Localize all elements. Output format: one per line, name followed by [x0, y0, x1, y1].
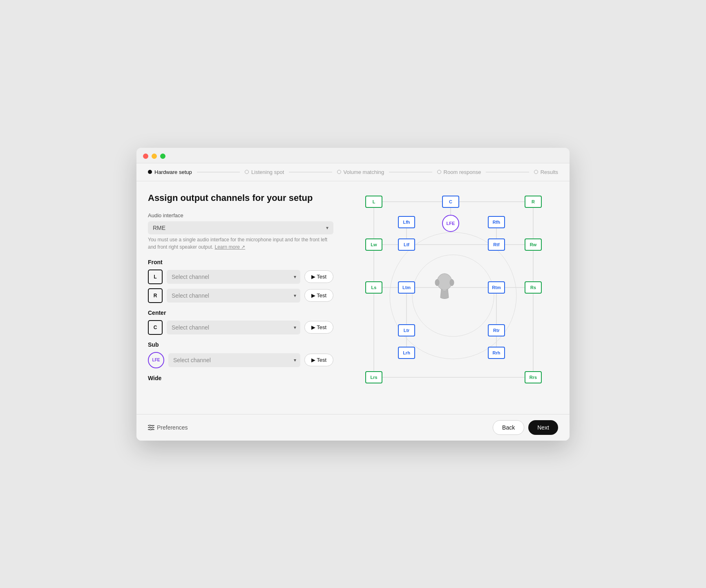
maximize-button[interactable] — [160, 154, 165, 159]
test-button-R[interactable]: ▶ Test — [304, 289, 333, 302]
node-LFE: LFE — [442, 215, 459, 232]
page-title: Assign output channels for your setup — [148, 193, 333, 203]
node-Lrs: Lrs — [365, 371, 382, 383]
badge-L: L — [148, 270, 163, 284]
wizard-label-results: Results — [541, 169, 558, 175]
section-wide-label: Wide — [148, 375, 333, 381]
app-window: Hardware setup Listening spot Volume mat… — [136, 148, 570, 441]
section-front-label: Front — [148, 259, 333, 265]
learn-more-link[interactable]: Learn more ↗ — [214, 244, 245, 250]
channel-row-L: L Select channel ▾ ▶ Test — [148, 270, 333, 284]
preferences-icon — [148, 425, 154, 430]
section-sub-label: Sub — [148, 341, 333, 348]
wizard-line-2 — [289, 172, 332, 172]
wizard-dot-hardware — [148, 170, 152, 174]
main-content: Assign output channels for your setup Au… — [136, 181, 570, 414]
channel-select-wrapper-R: Select channel ▾ — [167, 289, 300, 303]
test-button-C[interactable]: ▶ Test — [304, 321, 333, 334]
wizard-line-3 — [389, 172, 432, 172]
test-button-LFE[interactable]: ▶ Test — [304, 354, 333, 366]
wizard-dot-room — [437, 170, 441, 174]
wizard-dot-volume — [337, 170, 341, 174]
preferences-label: Preferences — [157, 424, 188, 431]
node-Ltm: Ltm — [398, 281, 415, 294]
node-Ls: Ls — [365, 281, 382, 294]
wizard-step-room[interactable]: Room response — [437, 169, 481, 175]
speaker-diagram: L C R Lfh LFE Rfh Lw Ltf Rtf Rw — [353, 189, 557, 406]
channel-select-LFE[interactable]: Select channel — [168, 353, 300, 367]
channel-select-C[interactable]: Select channel — [167, 321, 300, 334]
channel-select-R[interactable]: Select channel — [167, 289, 300, 303]
info-text: You must use a single audio interface fo… — [148, 236, 333, 251]
svg-rect-20 — [152, 427, 153, 428]
node-Ltr: Ltr — [398, 324, 415, 336]
wizard-dot-listening — [245, 170, 249, 174]
channel-select-wrapper-C: Select channel ▾ — [167, 321, 300, 334]
audio-interface-chevron: ▾ — [326, 225, 328, 231]
left-panel: Assign output channels for your setup Au… — [136, 181, 345, 414]
node-C: C — [442, 196, 459, 208]
badge-C: C — [148, 320, 163, 335]
wizard-label-listening: Listening spot — [251, 169, 284, 175]
node-Rfh: Rfh — [488, 216, 505, 228]
next-button[interactable]: Next — [528, 420, 558, 435]
channel-select-wrapper-LFE: Select channel ▾ — [168, 353, 300, 367]
wizard-bar: Hardware setup Listening spot Volume mat… — [136, 163, 570, 181]
section-center-label: Center — [148, 310, 333, 316]
channel-row-C: C Select channel ▾ ▶ Test — [148, 320, 333, 335]
svg-point-14 — [435, 279, 439, 286]
node-Rrh: Rrh — [488, 347, 505, 359]
channel-select-wrapper-L: Select channel ▾ — [167, 270, 300, 284]
node-Ltf: Ltf — [398, 238, 415, 251]
node-R: R — [525, 196, 542, 208]
node-L: L — [365, 196, 382, 208]
node-Rtm: Rtm — [488, 281, 505, 294]
right-panel: L C R Lfh LFE Rfh Lw Ltf Rtf Rw — [345, 181, 570, 414]
wizard-step-results[interactable]: Results — [534, 169, 558, 175]
audio-interface-label: Audio interface — [148, 212, 333, 218]
svg-point-15 — [450, 279, 454, 286]
node-Rrs: Rrs — [525, 371, 542, 383]
channel-select-L[interactable]: Select channel — [167, 270, 300, 284]
title-bar — [136, 148, 570, 163]
audio-interface-select[interactable]: RME ▾ — [148, 221, 333, 234]
wizard-step-hardware[interactable]: Hardware setup — [148, 169, 192, 175]
audio-interface-value: RME — [153, 225, 165, 231]
wizard-label-room: Room response — [444, 169, 481, 175]
wizard-step-volume[interactable]: Volume matching — [337, 169, 384, 175]
wizard-line-4 — [486, 172, 529, 172]
node-Rs: Rs — [525, 281, 542, 294]
minimize-button[interactable] — [152, 154, 157, 159]
svg-point-13 — [437, 274, 452, 290]
footer-actions: Back Next — [493, 420, 558, 435]
channel-row-LFE: LFE Select channel ▾ ▶ Test — [148, 352, 333, 368]
badge-R: R — [148, 288, 163, 303]
node-Lrh: Lrh — [398, 347, 415, 359]
svg-rect-16 — [148, 425, 154, 426]
node-Rw: Rw — [525, 238, 542, 251]
badge-LFE: LFE — [148, 352, 164, 368]
preferences-button[interactable]: Preferences — [148, 424, 188, 431]
node-Lfh: Lfh — [398, 216, 415, 228]
wizard-label-hardware: Hardware setup — [154, 169, 192, 175]
back-button[interactable]: Back — [493, 420, 524, 435]
node-Rtr: Rtr — [488, 324, 505, 336]
wizard-step-listening[interactable]: Listening spot — [245, 169, 284, 175]
head-icon — [430, 271, 459, 300]
node-Lw: Lw — [365, 238, 382, 251]
footer: Preferences Back Next — [136, 414, 570, 441]
svg-rect-19 — [149, 425, 150, 426]
channel-row-R: R Select channel ▾ ▶ Test — [148, 288, 333, 303]
wizard-dot-results — [534, 170, 538, 174]
node-Rtf: Rtf — [488, 238, 505, 251]
svg-rect-21 — [150, 429, 151, 430]
svg-rect-17 — [148, 427, 154, 428]
test-button-L[interactable]: ▶ Test — [304, 270, 333, 283]
close-button[interactable] — [143, 154, 148, 159]
wizard-line-1 — [197, 172, 240, 172]
wizard-label-volume: Volume matching — [344, 169, 384, 175]
